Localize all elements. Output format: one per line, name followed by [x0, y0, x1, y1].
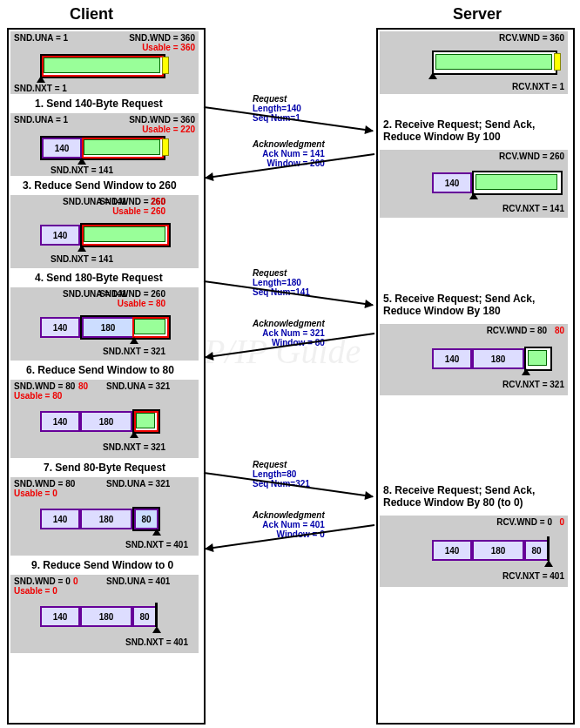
step-9: 9. Reduce Send Window to 0 [31, 559, 173, 571]
step-1: 1. Send 140-Byte Request [35, 98, 163, 110]
sndwnd: SND.WND = 360 [129, 33, 195, 43]
step-3: 3. Reduce Send Window to 260 [23, 179, 177, 192]
server-header: Server [453, 5, 502, 24]
server-panel-3: RCV.WND = 80 80 140 180 RCV.NXT = 321 [380, 324, 568, 395]
step-8: 8. Receive Request; Send Ack,Reduce Wind… [383, 484, 535, 509]
server-panel-2: RCV.WND = 260 140 RCV.NXT = 141 [380, 150, 568, 218]
step-6: 6. Reduce Send Window to 80 [26, 364, 174, 376]
server-panel-4: RCV.WND = 0 0 140 180 80 RCV.NXT = 401 [380, 516, 568, 587]
client-panel-4: SND.UNA = 141 SND.WND = 260 Usable = 80 … [10, 287, 199, 361]
client-panel-3: SND.UNA = 141 SND.WND = 260 260 Usable =… [10, 195, 199, 268]
snduna: SND.UNA = 1 [14, 33, 68, 43]
client-panel-7: SND.WND = 0 0 Usable = 0 SND.UNA = 401 1… [10, 575, 199, 653]
usable: Usable = 360 [142, 43, 195, 52]
client-panel-6: SND.WND = 80 Usable = 0 SND.UNA = 321 14… [10, 477, 199, 556]
client-panel-2: SND.UNA = 1 SND.WND = 360 Usable = 220 1… [10, 113, 199, 176]
msg-2: AcknowledgmentAck Num = 141Window = 260 [253, 139, 325, 168]
yellowtab [162, 57, 169, 74]
step-4: 4. Send 180-Byte Request [35, 272, 163, 284]
step-5: 5. Receive Request; Send Ack,Reduce Wind… [383, 293, 535, 317]
step-7: 7. Send 80-Byte Request [44, 462, 165, 474]
msg-6: AcknowledgmentAck Num = 401Window = 0 [253, 510, 325, 539]
client-panel-5: SND.WND = 80 80 Usable = 80 SND.UNA = 32… [10, 380, 199, 458]
server-panel-1: RCV.WND = 360 RCV.NXT = 1 [380, 31, 568, 94]
ptr [37, 76, 45, 83]
diagram: Client Server The TCP/IP Guide SND.UNA =… [0, 0, 580, 728]
msg-4: AcknowledgmentAck Num = 321Window = 80 [253, 319, 325, 347]
usable-frame [42, 56, 164, 77]
sndnxt: SND.NXT = 1 [14, 84, 67, 93]
client-header: Client [70, 5, 113, 24]
client-panel-1: SND.UNA = 1 SND.WND = 360 Usable = 360 S… [10, 31, 199, 94]
step-2: 2. Receive Request; Send Ack,Reduce Wind… [383, 118, 535, 143]
